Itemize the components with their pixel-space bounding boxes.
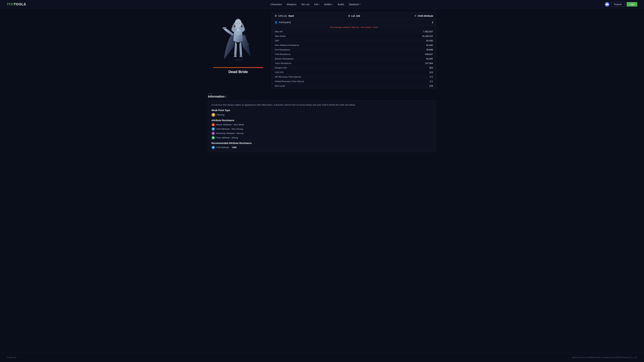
character-image (210, 12, 267, 66)
info-title: Information : (208, 95, 436, 98)
stat-label: Item Level (272, 84, 383, 88)
table-row: Non-Attribute Resistance92,430 (272, 43, 436, 47)
svg-rect-2 (222, 27, 224, 29)
nav-weapons[interactable]: Weapons (286, 3, 296, 6)
recommended-value: 7200 (232, 146, 237, 149)
chevron-down-icon: ▾ (332, 3, 333, 5)
svg-point-16 (248, 43, 249, 44)
info-divider (208, 93, 213, 94)
info-section: Information : A Colossus that always mak… (208, 92, 436, 154)
svg-point-13 (229, 38, 230, 39)
stat-label: Shield Recovery Time Interval (272, 79, 383, 83)
attr-icon-toxic: ☠ (212, 136, 215, 139)
attr-icon-electric: ⚡ (212, 132, 215, 135)
participants-count: 1 (432, 21, 433, 24)
table-row: Shield Recovery Time Interval0.1 (272, 79, 436, 83)
attribute-item: ❄Chill Atttribute : Very Strong (212, 127, 432, 131)
nav-characters[interactable]: Characters (270, 3, 282, 6)
attr-text: Toxic Attribute : Strong (216, 136, 238, 139)
stat-label: Non-Attribute Resistance (272, 43, 383, 47)
stat-value: 0.1 (383, 79, 436, 83)
table-row: Max HP7,592,507 (272, 29, 436, 34)
svg-point-0 (229, 58, 248, 61)
footer-disclaimer: tfdtools.com is not affiliated with or e… (572, 356, 637, 359)
svg-point-15 (228, 46, 228, 47)
chevron-down-icon: ▾ (319, 3, 320, 5)
attr-icon-chill: ❄ (212, 127, 215, 131)
table-row: DEF92,430 (272, 38, 436, 43)
level-item: ⊕ Lvl. 103 (348, 14, 360, 17)
participants-icon: 👤 (274, 21, 278, 24)
stats-table: Max HP7,592,507Max Shield15,185,015DEF92… (272, 29, 436, 88)
character-silhouette (221, 15, 255, 66)
stat-value: 313 (383, 70, 436, 74)
stat-value: 353 (383, 66, 436, 70)
stat-label: Firearm ATK (272, 66, 383, 70)
recommended-attr: Chill Attribute (216, 146, 229, 149)
recommended-list: ❄ Chill Attribute 7200 (212, 146, 432, 149)
footer: Contact us tfdtools.com is not affiliate… (0, 353, 644, 362)
nav-links: Characters Weapons Tier List Info ▾ Buil… (270, 3, 360, 6)
table-row: Electric Resistance92,430 (272, 57, 436, 61)
logo[interactable]: TFDTOOLS (7, 2, 26, 6)
participants-label: Participants (279, 21, 291, 24)
stat-value: 0.1 (383, 75, 436, 79)
piercing-icon (212, 113, 215, 117)
stat-value: 39,699 (383, 48, 436, 52)
difficulty-value: Hard (288, 14, 294, 17)
character-name: Dead Bride (228, 70, 248, 74)
chevron-down-icon: ▾ (360, 3, 360, 5)
nav-right: Register Login (605, 2, 637, 7)
nav-database-dropdown[interactable]: Database ▾ (349, 3, 360, 6)
table-row: Firearm ATK353 (272, 66, 436, 70)
register-button[interactable]: Register (611, 2, 625, 7)
stat-label: Toxin Resistance (272, 61, 383, 65)
nav-builder-dropdown[interactable]: Builder ▾ (324, 3, 333, 6)
stat-label: Max HP (272, 29, 383, 34)
login-button[interactable]: Login (626, 2, 637, 6)
stat-value: 92,430 (383, 43, 436, 47)
level-icon: ⊕ (348, 14, 350, 17)
nav-info-dropdown[interactable]: Info ▾ (314, 3, 320, 6)
logo-tools: TOOLS (14, 2, 26, 6)
logo-tfd: TFD (7, 2, 14, 6)
stat-value: 248,637 (383, 52, 436, 56)
attr-icon-fire: 🔥 (212, 123, 215, 126)
stat-label: DEF (272, 38, 383, 43)
svg-point-12 (240, 55, 243, 57)
weak-point-row: Piercing (212, 113, 432, 117)
table-row: Max Shield15,185,015 (272, 34, 436, 38)
stats-header: ⚙ Difficulty Hard ⊕ Lvl. 103 ❄ Chill Att… (272, 12, 436, 19)
stat-value: 92,430 (383, 57, 436, 61)
difficulty-icon: ⚙ (274, 14, 277, 17)
stat-label: Chill ATK (272, 70, 383, 74)
stat-label: HP Recovery Time Interval (272, 75, 383, 79)
attribute-resistance-title: Attribute Resistance (212, 119, 432, 122)
difficulty-item: ⚙ Difficulty Hard (274, 14, 294, 17)
stat-value: 15,185,015 (383, 34, 436, 38)
attribute-value: Chill Attribute (418, 14, 433, 17)
contact-link[interactable]: Contact us (7, 356, 16, 359)
table-row: Chill ATK313 (272, 70, 436, 74)
table-row: Item Level103 (272, 84, 436, 88)
svg-point-17 (230, 53, 230, 53)
info-box: A Colossus that always makes an appearan… (208, 100, 436, 152)
character-hp-bar (213, 67, 263, 68)
participants-row: 👤 Participants 1 (272, 19, 436, 25)
recommended-chill-icon: ❄ (212, 146, 215, 149)
recommended-title: Recommended Attribute Resistance (212, 142, 432, 144)
character-panel: Dead Bride (208, 12, 268, 88)
damage-notice: Total damage needed is Max Hp + Max Shie… (272, 25, 436, 29)
attribute-item: ⚡Electricity Atttribute : Normal (212, 132, 432, 135)
discord-icon[interactable] (605, 2, 610, 7)
nav-builds[interactable]: Builds (338, 3, 344, 6)
attr-text: Electricity Atttribute : Normal (216, 132, 244, 135)
table-row: Chill Resistance248,637 (272, 52, 436, 56)
chill-icon: ❄ (414, 14, 416, 17)
attribute-item: ❄ Chill Attribute (414, 14, 433, 17)
navbar: TFDTOOLS Characters Weapons Tier List In… (0, 0, 644, 9)
svg-point-11 (234, 55, 237, 57)
attribute-item: 🔥Blazer Atttribute : Very Weak (212, 123, 432, 126)
nav-tier-list[interactable]: Tier List (301, 3, 310, 6)
stats-panel: ⚙ Difficulty Hard ⊕ Lvl. 103 ❄ Chill Att… (272, 12, 436, 88)
